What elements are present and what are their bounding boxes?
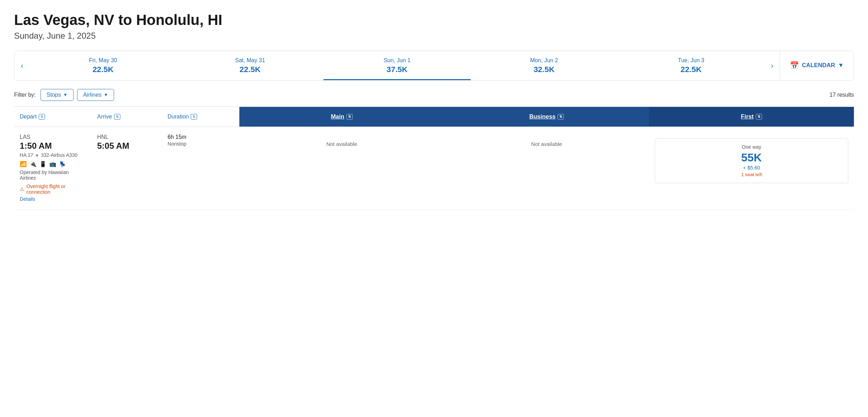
first-price-amount-0: 55K [662,151,841,164]
calendar-label: CALENDAR [802,62,835,69]
arrive-time-0: 5:05 AM [97,141,156,151]
col-arrive-label: Arrive [97,114,112,120]
col-depart-label: Depart [20,114,37,120]
arrive-cell-0: HNL 5:05 AM [92,134,162,151]
filter-by-label: Filter by: [14,92,36,98]
filter-row: Filter by: Stops ▼ Airlines ▼ 17 results [14,89,854,101]
stops-filter-label: Stops [46,92,61,98]
date-label-2: Sun, Jun 1 [327,57,467,64]
flights-list: LAS 1:50 AM HA 17 332-Airbus A330 📶 🔌 📱 … [14,127,854,210]
date-label-4: Tue, Jun 3 [621,57,761,64]
col-business-label: Business [529,113,556,120]
first-one-way-0: One way [662,144,841,150]
col-business[interactable]: Business ⇅ [444,107,649,127]
first-price-cell-0: One way 55K + $5.60 1 seat left [649,134,854,187]
date-price-2: 37.5K [327,65,467,74]
depart-time-0: 1:50 AM [20,141,86,151]
col-arrive[interactable]: Arrive ⇅ [92,107,162,127]
flight-number-0: HA 17 332-Airbus A330 [20,152,86,158]
date-price-1: 22.5K [180,65,320,74]
tv-icon: 📺 [49,161,56,167]
airlines-filter-button[interactable]: Airlines ▼ [77,89,114,101]
col-first-label: First [741,113,754,120]
wifi-icon: 📶 [20,161,27,167]
operator-0: Operated by Hawaiian Airlines [20,169,86,181]
dot-icon [36,154,38,156]
column-headers: Depart ⇅ Arrive ⇅ Duration ⇅ Main ⇅ Busi… [14,107,854,127]
date-price-3: 32.5K [474,65,614,74]
main-price-cell-0: Not available [239,134,444,154]
main-sort-icon: ⇅ [346,114,353,120]
duration-sort-icon: ⇅ [191,114,197,120]
date-nav-prev[interactable]: ‹ [14,51,30,80]
col-first[interactable]: First ⇅ [649,107,854,127]
first-price-tax-0: + $5.60 [662,165,841,171]
seat-icon: 💺 [59,161,66,167]
page-subtitle: Sunday, June 1, 2025 [14,31,854,41]
date-label-3: Mon, Jun 2 [474,57,614,64]
arrive-sort-icon: ⇅ [114,114,120,120]
date-nav-item-2[interactable]: Sun, Jun 1 37.5K [323,51,471,80]
details-link-0[interactable]: Details [20,196,35,202]
overnight-warning-0: ⚠ Overnight flight or connection [20,184,86,195]
stops-0: Nonstop [168,141,234,147]
first-price-box-0[interactable]: One way 55K + $5.60 1 seat left [655,138,848,183]
depart-sort-icon: ⇅ [39,114,45,120]
depart-cell-0: LAS 1:50 AM HA 17 332-Airbus A330 📶 🔌 📱 … [14,134,92,202]
business-price-cell-0: Not available [444,134,649,154]
date-price-4: 22.5K [621,65,761,74]
col-depart[interactable]: Depart ⇅ [14,107,92,127]
airlines-filter-label: Airlines [83,92,101,98]
calendar-icon: 📅 [790,61,799,70]
date-nav-item-0[interactable]: Fri, May 30 22.5K [30,51,177,80]
first-price-seats-0: 1 seat left [662,172,841,177]
stops-filter-button[interactable]: Stops ▼ [40,89,74,101]
depart-code-0: LAS [20,134,86,140]
power-icon: 🔌 [30,161,37,167]
duration-cell-0: 6h 15m Nonstop [162,134,239,147]
date-nav-item-1[interactable]: Sat, May 31 22.5K [177,51,324,80]
duration-0: 6h 15m [168,134,234,140]
arrive-code-0: HNL [97,134,156,140]
date-label-1: Sat, May 31 [180,57,320,64]
airlines-chevron-icon: ▼ [103,92,108,97]
stops-chevron-icon: ▼ [63,92,68,97]
col-main[interactable]: Main ⇅ [239,107,444,127]
overnight-text-0: Overnight flight or connection [26,184,86,195]
date-nav-next[interactable]: › [765,51,780,80]
results-count: 17 results [830,92,854,98]
calendar-chevron-icon: ▼ [838,62,844,69]
first-sort-icon: ⇅ [756,114,762,120]
business-sort-icon: ⇅ [558,114,564,120]
date-nav-bar: ‹ Fri, May 30 22.5K Sat, May 31 22.5K Su… [14,51,854,81]
amenities-0: 📶 🔌 📱 📺 💺 [20,161,86,167]
date-price-0: 22.5K [33,65,173,74]
date-nav-dates: Fri, May 30 22.5K Sat, May 31 22.5K Sun,… [30,51,765,80]
col-duration-label: Duration [168,114,189,120]
col-duration[interactable]: Duration ⇅ [162,107,239,127]
warning-icon: ⚠ [20,186,24,192]
page-title: Las Vegas, NV to Honolulu, HI [14,11,854,29]
date-nav-item-4[interactable]: Tue, Jun 3 22.5K [618,51,765,80]
date-label-0: Fri, May 30 [33,57,173,64]
flight-row-0: LAS 1:50 AM HA 17 332-Airbus A330 📶 🔌 📱 … [14,127,854,210]
col-main-label: Main [331,113,344,120]
entertainment-icon: 📱 [39,161,46,167]
calendar-button[interactable]: 📅 CALENDAR ▼ [780,51,854,80]
date-nav-item-3[interactable]: Mon, Jun 2 32.5K [471,51,618,80]
